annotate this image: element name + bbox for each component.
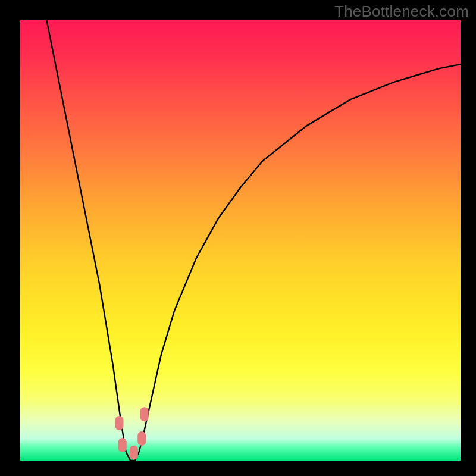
bottleneck-curve — [46, 20, 461, 461]
data-marker — [140, 407, 149, 421]
plot-area — [20, 20, 461, 461]
data-marker — [130, 446, 138, 460]
data-marker — [115, 416, 124, 430]
data-marker — [137, 431, 146, 446]
chart-frame: TheBottleneck.com — [0, 0, 476, 476]
watermark-text: TheBottleneck.com — [334, 2, 469, 21]
data-marker — [118, 438, 127, 452]
curve-svg — [20, 20, 461, 461]
